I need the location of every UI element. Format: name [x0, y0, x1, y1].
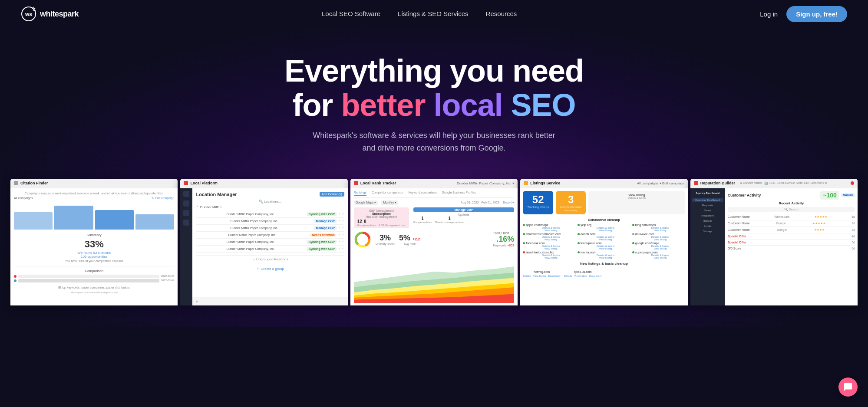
hero-section: Everything you need for better local SEO…: [0, 28, 868, 327]
card2-topbar: Local Platform: [180, 179, 347, 188]
card2-row-6: Dunder Mifflin Paper Company, Inc. Synci…: [196, 246, 344, 253]
card1-all-campaigns: All campaigns: [14, 197, 33, 200]
card5-search[interactable]: 🔍 Search: [728, 207, 855, 212]
card-citation-finder: Citation Finder Campaigns keep your work…: [10, 179, 178, 305]
card4-icon: [524, 181, 528, 185]
card2-group: ⌃ Dunder Mifflin: [196, 205, 221, 209]
card1-citations: We found 92 citations105 opportunities: [14, 251, 174, 259]
listing-googlemaps: google.com/maps Details & logins View li…: [632, 242, 685, 250]
svg-point-20: [851, 181, 854, 185]
svg-text:ws: ws: [25, 11, 32, 17]
card5-activity-list: Customer Name Whitespark ★★★★★ 1d Custom…: [728, 214, 855, 251]
card1-comparison: Comparison 2022-03-08 2022-03-09: [14, 266, 174, 282]
nav-resources[interactable]: Resources: [486, 10, 517, 17]
card3-subrow: Google Maps ▾ Monthly ▾ Aug 01, 2022 - F…: [354, 200, 514, 205]
logo-link[interactable]: ws whitespark: [21, 6, 79, 22]
svg-rect-6: [184, 181, 188, 185]
listing-superpages: superpages.com Details & logins View lis…: [632, 251, 685, 259]
hero-seo: SEO: [503, 88, 576, 122]
listing-manta: manta.com Details & logins View listing: [578, 251, 630, 259]
card1-title: Citation Finder: [20, 181, 48, 185]
card3-tab-rankings[interactable]: Rankings: [354, 191, 366, 196]
card5-integrations[interactable]: Integrations: [692, 213, 723, 218]
card1-icon: [14, 181, 18, 185]
card5-activity-4: Special Offer 4d: [728, 233, 855, 240]
card2-content: Location Manager Add location(s) 🔍 Locat…: [192, 188, 347, 275]
card3-subtitle: Dunder Mifflin Paper Company, Inc. ▾: [457, 181, 514, 185]
card-location-manager: Local Platform Location Manager Add loca…: [180, 179, 347, 305]
card2-search: 🔍 Locations...: [196, 200, 344, 204]
card3-mgmt-right: Manage GBP Updates 1 Google updates 1 Du…: [413, 207, 514, 228]
card2-badge-5: Syncing with GBP: [307, 240, 337, 244]
card4-stat-52: 52 Tracking listings: [523, 191, 553, 214]
nav-listings[interactable]: Listings & SEO Services: [398, 10, 469, 17]
card3-tab-keyword[interactable]: Keyword comparison: [408, 191, 436, 196]
card4-subtitle: All campaigns ▾ Edit campaign: [637, 181, 684, 185]
login-button[interactable]: Log in: [760, 10, 778, 18]
card5-requests[interactable]: Requests: [692, 203, 723, 207]
card2-create-btn: ＋ Create a group: [196, 264, 344, 272]
card2-badge-4: Needs attention: [310, 233, 337, 237]
card5-share[interactable]: Share: [692, 208, 723, 213]
card2-sidebar: [180, 188, 192, 305]
card4-new-listings: hotfrog.com Details View listing Data En…: [523, 267, 685, 277]
card5-icon: [694, 181, 698, 185]
listing-chamber: chamberofcommerce.com Details & logins V…: [523, 233, 576, 241]
card4-topbar: Listings Service All campaigns ▾ Edit ca…: [520, 179, 687, 188]
card2-icon: [184, 181, 188, 185]
hero-heading: Everything you need for better local SEO: [9, 54, 859, 122]
card5-content: Customer Activity ~100 Manual Recent Act…: [725, 188, 858, 254]
card5-agency: Agency Dashboard: [692, 191, 723, 195]
listing-bing: bing.com/maps Details & logins Data Entr…: [632, 223, 685, 232]
card3-tabs: Rankings Competitor comparison Keyword c…: [354, 191, 514, 198]
card2-platform: Local Platform: [190, 181, 218, 185]
card3-visibility: 3% Visibility score: [376, 233, 395, 246]
card5-score-row: ~100 Manual: [820, 191, 855, 200]
card2-ungrouped: ⌄ Ungrouped locations: [196, 255, 344, 261]
card2-badge-2: Manage GBP: [314, 219, 337, 223]
card3-donut: [354, 231, 371, 248]
card1-edit[interactable]: ✎ Edit campaign: [152, 197, 174, 200]
listing-cplas: cplas.us.com Details View listing Data E…: [564, 267, 602, 277]
card2-rows: Dunder Mifflin Paper Company, Inc. Synci…: [196, 211, 344, 253]
card1-footer: whitespark.ca/citation-office-depot-ca+i…: [14, 291, 174, 294]
card5-body: Agency Dashboard Customer Dashboard Requ…: [690, 188, 858, 305]
card3-body: Rankings Competitor comparison Keyword c…: [350, 188, 518, 305]
card3-avg-rank: 5% +2.2 Avg rank: [399, 233, 420, 246]
card5-close[interactable]: [851, 181, 854, 185]
card-rank-tracker: Local Rank Tracker Dunder Mifflin Paper …: [350, 179, 518, 305]
card4-new-section: New listings & basic cleanup: [523, 262, 685, 266]
card1-stat: 33%: [14, 239, 174, 250]
card5-title: Reputation Builder: [700, 181, 736, 185]
card3-keywords: 1000 / 1007 .16% Keywords +853: [493, 232, 514, 247]
card5-reports[interactable]: Reports: [692, 219, 723, 223]
card5-recent-label: Recent Activity: [728, 201, 855, 205]
card2-row-5: Dunder Mifflin Paper Company, Inc. Synci…: [196, 239, 344, 246]
card5-customer[interactable]: Customer Dashboard: [692, 198, 723, 202]
card3-tab-comp[interactable]: Competitor comparison: [372, 191, 403, 196]
hero-line1: Everything you need: [9, 54, 859, 88]
card2-footer: ⚙: [180, 297, 347, 305]
nav-local-seo[interactable]: Local SEO Software: [322, 10, 380, 17]
card2-add-btn[interactable]: Add location(s): [320, 192, 344, 197]
chat-bubble[interactable]: [838, 377, 858, 397]
card2-badge-3: Manage GBP: [314, 226, 337, 230]
chat-icon: [843, 382, 853, 392]
listing-hotfrog: hotfrog.com Details View listing Data En…: [523, 267, 561, 277]
card2-body: Location Manager Add location(s) 🔍 Locat…: [180, 188, 347, 305]
signup-button[interactable]: Sign up, free!: [786, 6, 847, 22]
card2-title: Location Manager: [196, 192, 237, 197]
card1-keywords: ☰ top keywords: paper companies, paper d…: [14, 286, 174, 289]
hero-line2: for better local SEO: [9, 88, 859, 122]
svg-rect-18: [524, 181, 528, 185]
card5-emails[interactable]: Emails: [692, 224, 723, 228]
svg-line-4: [33, 10, 36, 11]
card4-listings-grid: apple.com/maps Details & logins View lis…: [523, 223, 685, 259]
screenshots-row: Citation Finder Campaigns keep your work…: [9, 179, 859, 305]
card5-activity-2: Customer Name Google ★★★★★ 2d: [728, 220, 855, 227]
card1-compare: You have 33% of your competitors citatio…: [14, 259, 174, 263]
card5-settings[interactable]: Settings: [692, 229, 723, 233]
listing-apple: apple.com/maps Details & logins View lis…: [523, 223, 576, 232]
listing-yelp: yelp.org Details & logins View listing: [578, 223, 630, 232]
card3-tab-gbp[interactable]: Google Business Profiles: [442, 191, 476, 196]
